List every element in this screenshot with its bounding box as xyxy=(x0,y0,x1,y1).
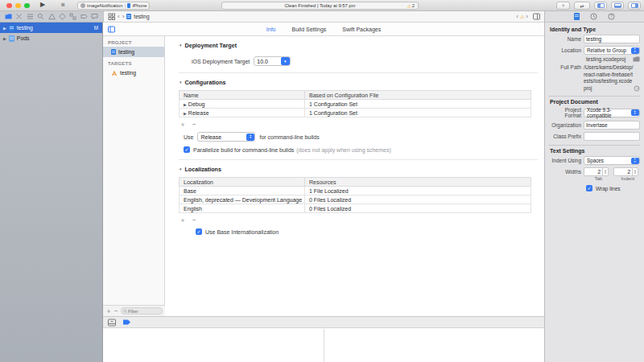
toggle-debug-area-button[interactable] xyxy=(611,2,624,10)
breakpoint-navigator-icon[interactable] xyxy=(80,13,88,20)
organization-field[interactable]: Invertase xyxy=(584,121,640,130)
table-row[interactable]: ▶Release 1 Configuration Set xyxy=(180,109,531,117)
project-item-label: testing xyxy=(118,49,134,55)
popup-value: Spaces xyxy=(584,158,604,163)
source-control-navigator-icon[interactable] xyxy=(15,13,23,20)
table-row[interactable]: ▶Debug 1 Configuration Set xyxy=(180,100,531,109)
section-configurations: ▼ Configurations xyxy=(179,79,544,86)
minimize-window-button[interactable] xyxy=(15,3,21,9)
disclosure-icon[interactable]: ▶ xyxy=(184,102,187,107)
indent-width-stepper[interactable]: 2 ▲▼ xyxy=(613,167,638,176)
issue-navigator-icon[interactable] xyxy=(48,13,56,20)
filter-field[interactable] xyxy=(121,307,163,315)
stepper-arrows-icon[interactable]: ▲▼ xyxy=(603,167,609,176)
project-file-name: testing.xcodeproj xyxy=(586,56,625,62)
base-internationalization-checkbox[interactable]: ✓ xyxy=(196,228,202,235)
localization-name: English xyxy=(180,204,305,213)
project-editor-tab-bar: Info Build Settings Swift Packages xyxy=(103,23,544,36)
app-target-icon xyxy=(111,70,118,76)
warning-icon: ⚠ xyxy=(407,3,411,9)
project-format-popup[interactable]: Xcode 9.3-compatible ▲▼ xyxy=(584,109,640,117)
debug-pane-divider[interactable] xyxy=(324,329,324,362)
stepper-arrows-icon[interactable]: ▲▼ xyxy=(633,167,638,176)
zoom-window-button[interactable] xyxy=(24,3,30,9)
sidebar-item-testing-project[interactable]: ▶ testing M xyxy=(0,23,102,33)
test-navigator-icon[interactable] xyxy=(59,13,66,20)
table-row[interactable]: English, deprecated — Development Langua… xyxy=(180,195,531,204)
hide-debug-area-icon[interactable] xyxy=(108,319,116,327)
close-window-button[interactable] xyxy=(6,3,12,9)
indent-using-popup[interactable]: Spaces ▲▼ xyxy=(584,156,640,165)
toggle-project-list-icon[interactable] xyxy=(108,26,115,33)
class-prefix-label: Class Prefix xyxy=(548,134,584,139)
previous-issue-button[interactable]: ‹ xyxy=(516,13,518,21)
editor-layout-icon[interactable] xyxy=(533,13,540,20)
history-inspector-tab-icon[interactable] xyxy=(590,13,597,20)
remove-localization-button[interactable]: − xyxy=(192,217,196,224)
sidebar-item-label: Pods xyxy=(17,35,30,41)
file-inspector-tab-icon[interactable] xyxy=(574,13,580,20)
tab-info[interactable]: Info xyxy=(266,27,276,32)
target-list-item[interactable]: testing xyxy=(103,68,164,78)
command-line-config-popup[interactable]: Release ▲▼ xyxy=(197,132,255,142)
tab-caption: Tab xyxy=(586,176,611,181)
add-button[interactable]: ＋ xyxy=(105,308,112,315)
disclosure-icon[interactable]: ▶ xyxy=(3,26,6,31)
next-issue-button[interactable]: › xyxy=(526,13,528,21)
scheme-selector[interactable]: imageNotification 〉 iPhone 11 xyxy=(77,2,150,10)
project-file-icon xyxy=(9,35,14,42)
popup-value: Xcode 9.3-compatible xyxy=(584,107,630,118)
parallelize-checkbox[interactable]: ✓ xyxy=(184,146,190,153)
quick-help-inspector-tab-icon[interactable]: ? xyxy=(608,13,615,20)
folder-icon[interactable] xyxy=(633,56,640,62)
jump-bar-file[interactable]: testing xyxy=(134,14,149,19)
tab-swift-packages[interactable]: Swift Packages xyxy=(342,27,381,32)
tab-width-stepper[interactable]: 2 ▲▼ xyxy=(584,167,609,176)
disclosure-icon[interactable]: ▼ xyxy=(179,43,182,47)
disclosure-icon[interactable]: ▶ xyxy=(184,111,187,116)
column-header-localization: Localization xyxy=(180,178,305,187)
find-navigator-icon[interactable] xyxy=(37,13,44,20)
debug-navigator-icon[interactable] xyxy=(69,13,76,20)
chevron-down-icon[interactable]: ▼ xyxy=(281,57,290,65)
filter-input[interactable] xyxy=(128,309,160,314)
remove-configuration-button[interactable]: − xyxy=(192,121,196,128)
name-field[interactable]: testing xyxy=(584,35,640,43)
location-popup[interactable]: Relative to Group ▲▼ xyxy=(584,46,640,55)
breakpoints-toggle-icon[interactable] xyxy=(122,319,131,326)
issues-badge[interactable]: ⚠ 2 xyxy=(407,2,415,9)
disclosure-icon[interactable]: ▼ xyxy=(179,167,182,171)
indent-caption: Indent xyxy=(616,176,641,181)
disclosure-icon[interactable]: ▶ xyxy=(3,36,6,41)
ios-deployment-target-combobox[interactable]: 10.0 ▼ xyxy=(254,56,291,66)
stop-button[interactable]: ■ xyxy=(61,1,65,8)
table-row[interactable]: English 0 Files Localized xyxy=(180,204,531,213)
related-items-icon[interactable] xyxy=(108,13,115,20)
symbol-navigator-icon[interactable] xyxy=(27,13,34,20)
add-configuration-button[interactable]: ＋ xyxy=(180,121,186,128)
toggle-navigator-button[interactable] xyxy=(594,2,607,10)
class-prefix-field[interactable] xyxy=(584,132,640,141)
report-navigator-icon[interactable] xyxy=(91,13,98,20)
back-button[interactable]: ‹ xyxy=(118,13,120,21)
disclosure-icon[interactable]: ▼ xyxy=(179,80,182,84)
popup-arrows-icon: ▲▼ xyxy=(631,109,639,116)
library-button[interactable]: ＋ xyxy=(556,2,570,10)
add-localization-button[interactable]: ＋ xyxy=(180,217,186,224)
project-navigator-icon[interactable] xyxy=(5,13,12,20)
wrap-lines-checkbox[interactable]: ✓ xyxy=(586,185,592,191)
reveal-arrow-icon[interactable] xyxy=(634,85,640,92)
forward-button[interactable]: › xyxy=(122,13,125,21)
localizations-table: Localization Resources Base 1 File Local… xyxy=(179,177,531,213)
config-set: 1 Configuration Set xyxy=(305,100,531,109)
editor-options-button[interactable]: ⇄ xyxy=(574,2,590,10)
sidebar-item-pods-project[interactable]: ▶ Pods xyxy=(0,33,102,43)
project-section-header: PROJECT xyxy=(103,36,164,47)
tab-build-settings[interactable]: Build Settings xyxy=(292,27,327,32)
run-button[interactable]: ▶ xyxy=(40,1,45,8)
project-list-item[interactable]: testing xyxy=(103,47,164,57)
toggle-inspector-button[interactable] xyxy=(628,2,641,10)
remove-button[interactable]: − xyxy=(114,308,118,315)
localization-name: English, deprecated — Development Langua… xyxy=(180,195,305,204)
table-row[interactable]: Base 1 File Localized xyxy=(180,187,531,195)
